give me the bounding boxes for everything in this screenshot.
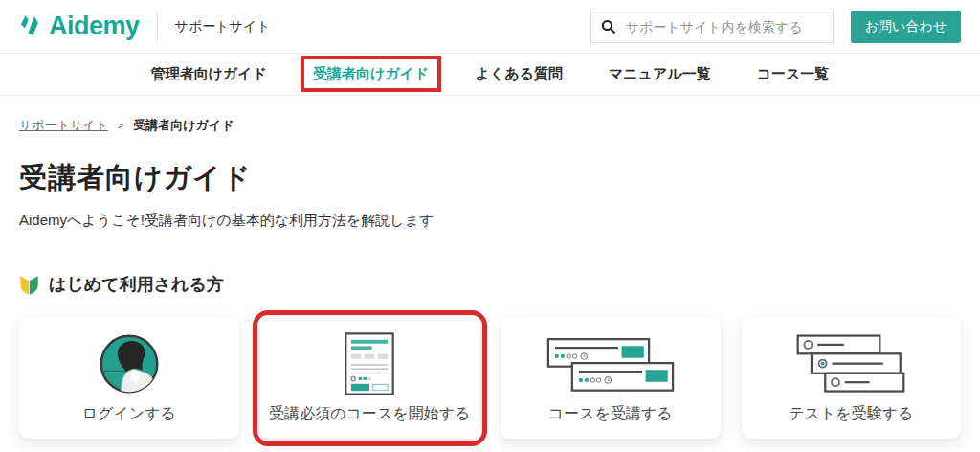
course-document-icon	[345, 332, 394, 396]
card-label: ログインする	[82, 404, 176, 424]
test-options-icon	[791, 332, 911, 396]
card-login[interactable]: ログインする	[19, 318, 239, 439]
card-grid: ログインする	[19, 318, 961, 439]
section-title: はじめて利用される方	[49, 273, 224, 296]
nav-item-faq[interactable]: よくある質問	[475, 65, 562, 83]
card-label: テストを受験する	[789, 404, 913, 424]
breadcrumb: サポートサイト > 受講者向けガイド	[19, 117, 961, 134]
card-label: コースを受講する	[548, 404, 673, 424]
page-subtitle: Aidemyへようこそ!受講者向けの基本的な利用方法を解説します	[19, 212, 961, 230]
logo-wordmark: Aidemy	[49, 11, 140, 41]
card-start-required-course[interactable]: 受講必須のコースを開始する	[260, 318, 480, 439]
main-content: サポートサイト > 受講者向けガイド 受講者向けガイド Aidemyへようこそ!…	[0, 117, 980, 439]
breadcrumb-separator: >	[118, 120, 123, 131]
card-take-test[interactable]: テストを受験する	[742, 318, 962, 439]
nav-item-admin-guide[interactable]: 管理者向けガイド	[151, 65, 267, 83]
aidemy-logo[interactable]: Aidemy	[19, 11, 140, 41]
breadcrumb-current: 受講者向けガイド	[133, 117, 234, 134]
nav-item-student-guide[interactable]: 受講者向けガイド	[313, 65, 429, 83]
contact-button[interactable]: お問い合わせ	[851, 11, 961, 43]
search-input[interactable]	[624, 18, 823, 35]
login-avatar-icon	[98, 332, 161, 396]
nav-item-manual-list[interactable]: マニュアル一覧	[609, 65, 711, 83]
breadcrumb-home-link[interactable]: サポートサイト	[19, 117, 108, 134]
top-header: Aidemy サポートサイト お問い合わせ	[0, 0, 980, 54]
section-header-beginners: はじめて利用される方	[19, 273, 961, 296]
header-divider	[157, 12, 158, 41]
card-take-course[interactable]: コースを受講する	[501, 318, 721, 439]
main-nav: 管理者向けガイド 受講者向けガイド よくある質問 マニュアル一覧 コース一覧	[0, 54, 980, 96]
aidemy-logomark-icon	[19, 11, 44, 41]
card-label: 受講必須のコースを開始する	[269, 404, 470, 424]
nav-item-course-list[interactable]: コース一覧	[757, 65, 830, 83]
site-name: サポートサイト	[175, 18, 271, 35]
beginner-mark-icon	[19, 274, 39, 296]
site-search[interactable]	[590, 11, 834, 43]
page-title: 受講者向けガイド	[19, 159, 961, 197]
nav-item-label: 受講者向けガイド	[313, 65, 429, 81]
search-icon	[601, 19, 616, 34]
course-cards-icon	[546, 332, 676, 396]
